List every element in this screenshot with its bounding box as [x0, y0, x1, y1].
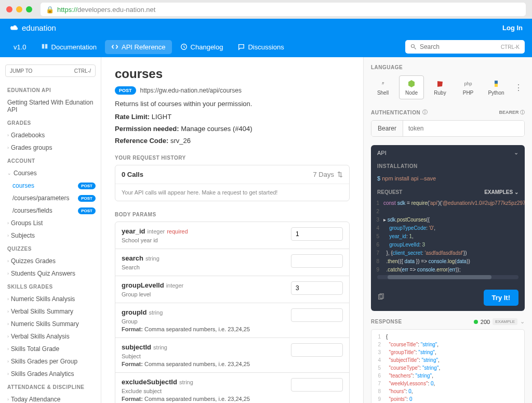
- sidebar-item[interactable]: ›Verbal Skills Summary: [0, 305, 101, 318]
- main-content: courses POST https://gw.edu-nation.net/a…: [101, 57, 363, 403]
- window-controls: [6, 6, 32, 12]
- login-link[interactable]: Log In: [502, 24, 523, 32]
- param-input-excludeSubjectId[interactable]: [291, 378, 343, 392]
- lang-php[interactable]: phpPHP: [456, 76, 480, 99]
- sidebar-item-grades-groups[interactable]: ›Grades groups: [0, 141, 101, 154]
- sidebar-section-skills: SKILLS GRADES: [0, 280, 101, 293]
- sidebar-item-today-attendance[interactable]: ›Today Attendance: [0, 393, 101, 403]
- lang-python[interactable]: Python: [484, 76, 508, 99]
- app-header: edunation Log In v1.0 Documentation API …: [0, 19, 532, 57]
- endpoint-description: Returns list of courses within your perm…: [115, 100, 350, 108]
- examples-dropdown[interactable]: EXAMPLES ⌄: [484, 189, 518, 195]
- ruby-icon: [429, 79, 451, 88]
- example-badge: EXAMPLE: [493, 318, 517, 325]
- shell-icon: 〃: [372, 79, 394, 88]
- info-icon[interactable]: ⓘ: [422, 109, 428, 116]
- address-bar[interactable]: 🔒 https://developers.edu-nation.net: [41, 3, 526, 16]
- svg-point-1: [411, 45, 414, 48]
- install-command: $ npm install api --save: [371, 172, 525, 185]
- sidebar-sub-courses[interactable]: coursesPOST: [0, 179, 101, 192]
- nav-discussions[interactable]: Discussions: [231, 40, 290, 54]
- lang-node[interactable]: Node: [399, 75, 424, 99]
- auth-label: AUTHENTICATION ⓘ: [371, 109, 428, 116]
- param-input-groupId[interactable]: [291, 308, 343, 322]
- sidebar-item[interactable]: ›Skills Grades Analytics: [0, 368, 101, 380]
- sidebar-item-groups-list[interactable]: ›Groups List: [0, 217, 101, 229]
- sidebar-item[interactable]: ›Numeric Skills Summary: [0, 318, 101, 330]
- sidebar-item[interactable]: ›Verbal Skills Analysis: [0, 330, 101, 343]
- code-panel: API ⌄ INSTALLATION $ npm install api --s…: [371, 145, 525, 311]
- page-title: courses: [115, 67, 350, 81]
- horizontal-scrollbar[interactable]: [377, 275, 518, 279]
- info-icon[interactable]: ⓘ: [520, 110, 525, 115]
- request-history: 0 Calls 7 Days⇅ Your API calls will appe…: [115, 165, 350, 201]
- sidebar-item-gradebooks[interactable]: ›Gradebooks: [0, 129, 101, 141]
- auth-input: Bearer: [371, 120, 525, 137]
- chevron-right-icon: ›: [7, 359, 9, 364]
- sidebar-item-students-quiz[interactable]: ›Students Quiz Answers: [0, 267, 101, 280]
- lang-ruby[interactable]: Ruby: [428, 76, 452, 99]
- minimize-icon[interactable]: [16, 6, 22, 12]
- chevron-right-icon: ›: [7, 346, 9, 352]
- more-languages-icon[interactable]: ⋮: [512, 83, 525, 93]
- sidebar-sub-fields[interactable]: /courses/fieldsPOST: [0, 204, 101, 217]
- lock-icon: 🔒: [46, 6, 54, 14]
- url-protocol: https://: [57, 6, 77, 14]
- reference-code: Reference Code: srv_26: [115, 137, 350, 145]
- param-input-year_id[interactable]: [291, 227, 343, 241]
- rate-limit: Rate Limit: LIGHT: [115, 113, 350, 121]
- chat-icon: [237, 43, 245, 50]
- chevron-right-icon: ›: [7, 233, 9, 238]
- search-input[interactable]: [420, 43, 498, 50]
- sidebar-item-getting-started[interactable]: Getting Started With Edunation API: [0, 96, 101, 116]
- search-icon: [410, 44, 417, 50]
- chevron-down-icon[interactable]: ⌄: [514, 149, 518, 156]
- token-input[interactable]: [403, 121, 524, 136]
- python-icon: [485, 79, 507, 88]
- sidebar-item[interactable]: ›Skills Total Grade: [0, 343, 101, 355]
- sidebar-item-courses[interactable]: ⌄Courses: [0, 167, 101, 179]
- sidebar-item-subjects[interactable]: ›Subjects: [0, 229, 101, 242]
- nav-version[interactable]: v1.0: [7, 40, 33, 54]
- permission: Permission needed: Manage courses (#404): [115, 125, 350, 133]
- request-label: REQUEST: [377, 189, 402, 195]
- history-period[interactable]: 7 Days⇅: [313, 171, 343, 178]
- param-row: searchstringSearch: [115, 249, 350, 276]
- cloud-icon: [9, 24, 19, 31]
- chevron-right-icon: ›: [7, 145, 9, 150]
- sidebar-sub-parameters[interactable]: /courses/parametersPOST: [0, 192, 101, 204]
- brand-text: edunation: [22, 23, 56, 32]
- sidebar-item[interactable]: ›Numeric Skills Analysis: [0, 293, 101, 305]
- param-input-search[interactable]: [291, 254, 343, 268]
- param-row: subjectIdstringSubjectFormat: Comma sepa…: [115, 338, 350, 373]
- param-row: year_idintegerrequiredSchool year id: [115, 222, 350, 249]
- try-it-button[interactable]: Try It!: [484, 290, 518, 306]
- response-status[interactable]: 200 EXAMPLE ⌄: [474, 318, 525, 325]
- chevron-right-icon: ›: [7, 258, 9, 264]
- param-input-groupLevelId[interactable]: [291, 281, 343, 295]
- sidebar-section-grades: GRADES: [0, 116, 101, 129]
- sidebar-item[interactable]: ›Skills Grades per Group: [0, 355, 101, 368]
- sidebar-section-attendance: ATTENDANCE & DISCIPLINE: [0, 380, 101, 393]
- sidebar-item-quizzes-grades[interactable]: ›Quizzes Grades: [0, 255, 101, 267]
- http-method-badge: POST: [115, 86, 136, 95]
- nav-changelog[interactable]: Changelog: [174, 40, 230, 54]
- sidebar-section-account: ACCOUNT: [0, 154, 101, 167]
- lang-shell[interactable]: 〃Shell: [371, 76, 395, 99]
- nav-api-reference[interactable]: API Reference: [105, 40, 172, 54]
- chevron-right-icon: ›: [7, 397, 9, 402]
- param-row: groupLevelIdintegerGroup level: [115, 276, 350, 303]
- param-input-subjectId[interactable]: [291, 343, 343, 357]
- browser-titlebar: 🔒 https://developers.edu-nation.net: [0, 0, 532, 19]
- copy-icon[interactable]: [377, 293, 384, 302]
- search-box[interactable]: CTRL-K: [405, 40, 525, 54]
- close-icon[interactable]: [6, 6, 12, 12]
- api-panel-title: API: [377, 150, 387, 156]
- response-body: 1{ 2 "courseTitle": "string", 3 "groupTi…: [371, 329, 525, 403]
- jump-to[interactable]: JUMP TOCTRL-/: [5, 64, 96, 77]
- status-dot-icon: [474, 320, 478, 324]
- nav-documentation[interactable]: Documentation: [35, 40, 103, 54]
- brand-logo[interactable]: edunation: [9, 23, 56, 32]
- chevron-right-icon: ›: [7, 133, 9, 138]
- maximize-icon[interactable]: [26, 6, 32, 12]
